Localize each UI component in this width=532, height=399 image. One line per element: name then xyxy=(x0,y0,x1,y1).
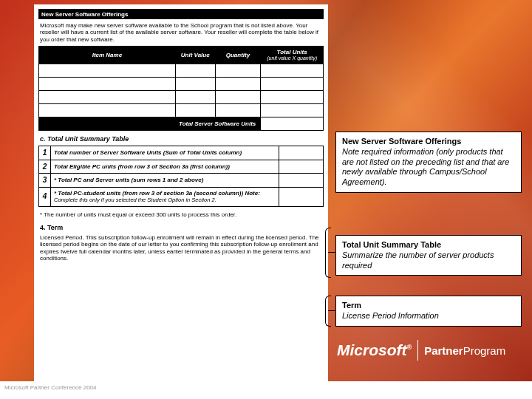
footer-text: Microsoft Partner Conference 2004 xyxy=(4,384,97,391)
table-row xyxy=(39,90,324,103)
th-unit-value: Unit Value xyxy=(181,52,210,58)
term-header: 4. Term xyxy=(38,222,324,233)
document-page: New Server Software Offerings Microsoft … xyxy=(34,4,328,381)
callout-body: Summarize the number of server products … xyxy=(342,250,515,271)
brace-icon xyxy=(325,228,331,278)
summary-row-2: 2Total Eligible PC units (from row 3 of … xyxy=(39,160,324,174)
summary-table: 1Total number of Server Software Units (… xyxy=(38,146,324,206)
summary-section-label: c. Total Unit Summary Table xyxy=(38,131,324,146)
microsoft-partner-program-logo: Microsoft® PartnerProgram xyxy=(337,340,505,361)
table-row xyxy=(39,77,324,90)
brace-icon xyxy=(325,296,331,327)
term-body: Licensed Period. This subscription follo… xyxy=(38,233,324,263)
offerings-table: Item Name Unit Value Quantity Total Unit… xyxy=(38,46,324,131)
summary-row-4: 4* Total PC-student units (from row 3 of… xyxy=(39,187,324,206)
summary-row-1: 1Total number of Server Software Units (… xyxy=(39,146,324,160)
table-total-row: Total Server Software Units xyxy=(39,117,324,130)
callout-title: New Server Software Offerings xyxy=(342,137,515,147)
callout-body: Note required information (only products… xyxy=(342,147,515,188)
table-row xyxy=(39,103,324,117)
th-total: Total Units xyxy=(277,49,307,55)
units-note: * The number of units must equal or exce… xyxy=(38,207,324,222)
callout-body: License Period Information xyxy=(342,311,515,321)
summary-row-3: 3* Total PC and Server units (sum rows 1… xyxy=(39,174,324,188)
callout-offerings: New Server Software Offerings Note requi… xyxy=(335,132,522,193)
callout-summary: Total Unit Summary Table Summarize the n… xyxy=(335,235,522,276)
callout-title: Term xyxy=(342,301,515,311)
th-total-sub: (unit value X quantity) xyxy=(262,55,321,61)
th-item: Item Name xyxy=(92,52,122,58)
section-header-offerings: New Server Software Offerings xyxy=(38,9,324,19)
offerings-paragraph: Microsoft may make new server software a… xyxy=(38,19,324,46)
callout-title: Total Unit Summary Table xyxy=(342,240,515,250)
callout-term: Term License Period Information xyxy=(335,296,522,327)
table-row xyxy=(39,64,324,77)
th-quantity: Quantity xyxy=(226,52,250,58)
